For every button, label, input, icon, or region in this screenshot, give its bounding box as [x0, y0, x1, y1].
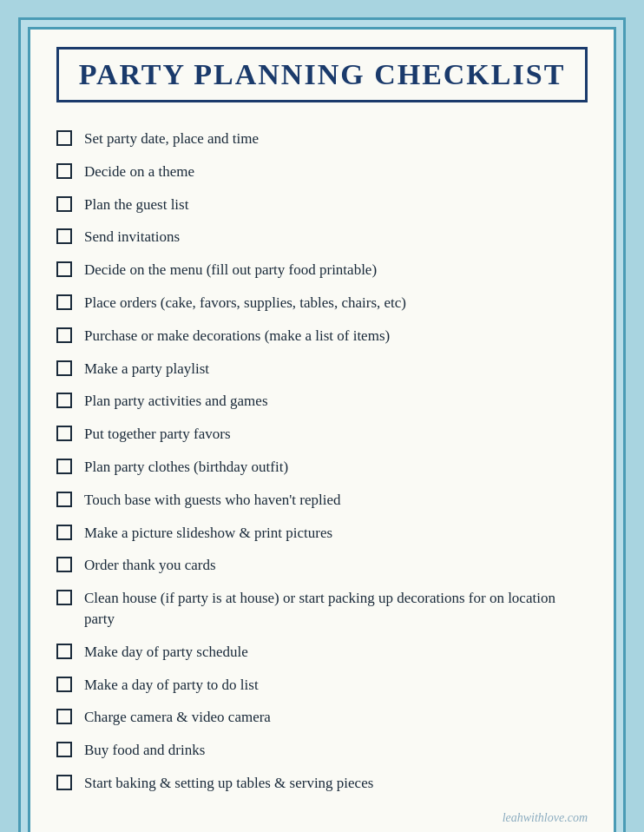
- item-text: Order thank you cards: [84, 555, 588, 576]
- item-text: Plan party activities and games: [84, 391, 588, 412]
- item-text: Set party date, place and time: [84, 129, 588, 149]
- checkbox-icon[interactable]: [56, 228, 72, 244]
- item-text: Decide on a theme: [84, 162, 588, 182]
- item-text: Make a picture slideshow & print picture…: [84, 523, 588, 544]
- checkbox-icon[interactable]: [56, 459, 72, 474]
- checkbox-icon[interactable]: [56, 196, 72, 212]
- checkbox-icon[interactable]: [56, 492, 72, 507]
- checklist-item[interactable]: Place orders (cake, favors, supplies, ta…: [56, 293, 588, 314]
- item-text: Touch base with guests who haven't repli…: [84, 490, 588, 511]
- checklist-item[interactable]: Touch base with guests who haven't repli…: [56, 490, 588, 511]
- checkbox-icon[interactable]: [56, 327, 72, 343]
- checklist-item[interactable]: Plan the guest list: [56, 195, 588, 215]
- checklist-item[interactable]: Plan party clothes (birthday outfit): [56, 457, 588, 478]
- checklist-item[interactable]: Charge camera & video camera: [56, 707, 588, 728]
- checklist: Set party date, place and timeDecide on …: [56, 129, 588, 794]
- checkbox-icon[interactable]: [56, 426, 72, 441]
- checklist-item[interactable]: Start baking & setting up tables & servi…: [56, 773, 588, 794]
- item-text: Send invitations: [84, 227, 588, 248]
- checkbox-icon[interactable]: [56, 261, 72, 277]
- checkbox-icon[interactable]: [56, 360, 72, 376]
- checkbox-icon[interactable]: [56, 163, 72, 179]
- item-text: Buy food and drinks: [84, 740, 588, 761]
- item-text: Plan the guest list: [84, 195, 588, 215]
- checkbox-icon[interactable]: [56, 775, 72, 790]
- title-box: Party Planning Checklist: [56, 47, 588, 102]
- item-text: Decide on the menu (fill out party food …: [84, 260, 588, 281]
- checklist-item[interactable]: Plan party activities and games: [56, 391, 588, 412]
- checkbox-icon[interactable]: [56, 644, 72, 659]
- item-text: Charge camera & video camera: [84, 707, 588, 728]
- checklist-item[interactable]: Make a party playlist: [56, 359, 588, 380]
- checklist-item[interactable]: Make a day of party to do list: [56, 675, 588, 696]
- inner-card: Party Planning Checklist Set party date,…: [28, 27, 616, 832]
- checklist-item[interactable]: Make day of party schedule: [56, 642, 588, 663]
- checklist-item[interactable]: Buy food and drinks: [56, 740, 588, 761]
- checklist-item[interactable]: Order thank you cards: [56, 555, 588, 576]
- outer-border: Party Planning Checklist Set party date,…: [18, 17, 626, 832]
- checkbox-icon[interactable]: [56, 677, 72, 692]
- checklist-item[interactable]: Send invitations: [56, 227, 588, 248]
- checkbox-icon[interactable]: [56, 130, 72, 146]
- item-text: Purchase or make decorations (make a lis…: [84, 326, 588, 347]
- item-text: Plan party clothes (birthday outfit): [84, 457, 588, 478]
- item-text: Put together party favors: [84, 424, 588, 445]
- checkbox-icon[interactable]: [56, 709, 72, 724]
- item-text: Clean house (if party is at house) or st…: [84, 588, 588, 630]
- checkbox-icon[interactable]: [56, 294, 72, 310]
- checkbox-icon[interactable]: [56, 557, 72, 572]
- checklist-item[interactable]: Put together party favors: [56, 424, 588, 445]
- checkbox-icon[interactable]: [56, 393, 72, 408]
- item-text: Make a party playlist: [84, 359, 588, 380]
- checklist-item[interactable]: Decide on a theme: [56, 162, 588, 182]
- checklist-item[interactable]: Decide on the menu (fill out party food …: [56, 260, 588, 281]
- checklist-item[interactable]: Make a picture slideshow & print picture…: [56, 523, 588, 544]
- watermark: leahwithlove.com: [56, 811, 588, 825]
- checkbox-icon[interactable]: [56, 525, 72, 540]
- page-title: Party Planning Checklist: [79, 58, 566, 90]
- checklist-item[interactable]: Set party date, place and time: [56, 129, 588, 149]
- item-text: Make day of party schedule: [84, 642, 588, 663]
- checklist-item[interactable]: Purchase or make decorations (make a lis…: [56, 326, 588, 347]
- checkbox-icon[interactable]: [56, 590, 72, 605]
- checkbox-icon[interactable]: [56, 742, 72, 757]
- checklist-item[interactable]: Clean house (if party is at house) or st…: [56, 588, 588, 630]
- item-text: Place orders (cake, favors, supplies, ta…: [84, 293, 588, 314]
- item-text: Make a day of party to do list: [84, 675, 588, 696]
- item-text: Start baking & setting up tables & servi…: [84, 773, 588, 794]
